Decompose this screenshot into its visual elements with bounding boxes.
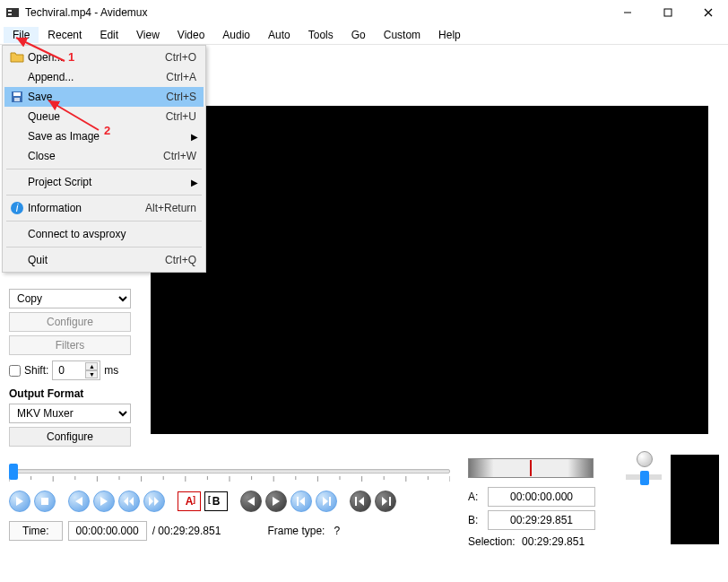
thumbnail-preview xyxy=(671,455,719,544)
svg-rect-35 xyxy=(41,498,48,505)
svg-rect-37 xyxy=(329,497,331,506)
time-button[interactable]: Time: xyxy=(9,521,63,541)
prev-frame-button[interactable] xyxy=(68,491,90,512)
selection-row: Selection: 00:29:29.851 xyxy=(468,535,585,548)
menu-tools[interactable]: Tools xyxy=(299,27,342,43)
marker-a-row-label: A: xyxy=(468,491,481,503)
menu-separator xyxy=(6,247,202,248)
file-menu-append-label: Append... xyxy=(28,71,166,83)
shift-down-button[interactable]: ▼ xyxy=(85,370,98,378)
menu-custom[interactable]: Custom xyxy=(375,27,429,43)
frametype-label: Frame type: xyxy=(267,525,325,537)
menu-file[interactable]: File xyxy=(4,27,39,43)
file-menu-append[interactable]: Append... Ctrl+A xyxy=(4,67,204,87)
set-marker-a-button[interactable]: A] xyxy=(178,491,201,511)
audio-filters-button[interactable]: Filters xyxy=(9,335,131,355)
stop-button[interactable] xyxy=(34,491,56,512)
goto-end-button[interactable] xyxy=(316,491,337,512)
file-menu-info-shortcut: Alt+Return xyxy=(145,202,196,214)
timeline[interactable] xyxy=(9,458,450,485)
info-icon: i xyxy=(8,201,26,215)
time-value[interactable]: 00:00:00.000 xyxy=(68,521,147,541)
svg-rect-2 xyxy=(8,13,12,15)
svg-rect-1 xyxy=(8,10,12,12)
file-menu-dropdown: Open... Ctrl+O Append... Ctrl+A Save Ctr… xyxy=(2,45,206,273)
file-menu-open-shortcut: Ctrl+O xyxy=(165,51,196,64)
shift-spinbox[interactable]: 0 ▲ ▼ xyxy=(52,360,100,380)
timeline-track xyxy=(9,469,450,473)
next-frame-button[interactable] xyxy=(93,491,115,512)
shift-checkbox[interactable] xyxy=(9,365,21,377)
save-icon xyxy=(8,90,26,104)
menu-edit[interactable]: Edit xyxy=(91,27,127,43)
prev-cut-button[interactable] xyxy=(240,491,262,512)
file-menu-information[interactable]: i Information Alt+Return xyxy=(4,198,204,218)
svg-rect-39 xyxy=(389,497,391,506)
shift-unit: ms xyxy=(104,364,118,377)
volume-knob-icon xyxy=(637,451,653,467)
blank-icon xyxy=(8,149,26,163)
menu-separator xyxy=(6,169,202,169)
output-format-select[interactable]: MKV Muxer xyxy=(9,404,131,423)
marker-b-value[interactable]: 00:29:29.851 xyxy=(488,510,595,530)
file-menu-close-shortcut: Ctrl+W xyxy=(163,150,196,162)
menu-auto[interactable]: Auto xyxy=(259,27,299,43)
maximize-button[interactable] xyxy=(647,0,688,25)
menu-separator xyxy=(6,221,202,222)
file-menu-quit[interactable]: Quit Ctrl+Q xyxy=(4,250,204,270)
shift-label: Shift: xyxy=(24,364,48,377)
menu-go[interactable]: Go xyxy=(342,27,375,43)
next-keyframe-button[interactable] xyxy=(143,491,165,512)
window-controls xyxy=(607,0,728,25)
goto-marker-b-button[interactable] xyxy=(375,491,396,512)
file-menu-close[interactable]: Close Ctrl+W xyxy=(4,146,204,166)
prev-keyframe-button[interactable] xyxy=(118,491,140,512)
jog-center-mark xyxy=(530,460,532,476)
play-button[interactable] xyxy=(9,491,30,512)
menu-separator xyxy=(6,195,202,195)
timeline-ticks xyxy=(9,476,450,482)
output-configure-button[interactable]: Configure xyxy=(9,427,131,447)
file-menu-quit-label: Quit xyxy=(28,254,165,266)
file-menu-project-script[interactable]: Project Script ▶ xyxy=(4,172,204,192)
window-title: Techviral.mp4 - Avidemux xyxy=(25,6,607,19)
submenu-arrow-icon: ▶ xyxy=(191,178,198,187)
menu-audio[interactable]: Audio xyxy=(213,27,259,43)
goto-start-button[interactable] xyxy=(290,491,312,512)
file-menu-open[interactable]: Open... Ctrl+O xyxy=(4,48,204,67)
timeline-handle[interactable] xyxy=(9,464,18,480)
file-menu-save[interactable]: Save Ctrl+S xyxy=(4,87,204,107)
submenu-arrow-icon: ▶ xyxy=(191,132,198,142)
blank-icon xyxy=(8,227,26,241)
next-cut-button[interactable] xyxy=(265,491,287,512)
file-menu-open-label: Open... xyxy=(28,51,165,64)
minimize-button[interactable] xyxy=(607,0,647,25)
output-format-title: Output Format xyxy=(9,387,142,400)
svg-rect-36 xyxy=(297,497,299,506)
menu-video[interactable]: Video xyxy=(169,27,213,43)
marker-a-value[interactable]: 00:00:00.000 xyxy=(488,487,595,507)
file-menu-saveimg-label: Save as Image xyxy=(28,130,196,143)
video-preview xyxy=(151,106,708,434)
file-menu-avsproxy[interactable]: Connect to avsproxy xyxy=(4,224,204,244)
shift-value: 0 xyxy=(58,364,65,377)
annotation-1: 1 xyxy=(68,50,74,64)
shift-up-button[interactable]: ▲ xyxy=(85,362,98,370)
audio-configure-button[interactable]: Configure xyxy=(9,312,131,332)
menu-help[interactable]: Help xyxy=(429,27,470,43)
close-button[interactable] xyxy=(688,0,728,25)
menu-recent[interactable]: Recent xyxy=(39,27,91,43)
file-menu-close-label: Close xyxy=(28,150,163,162)
menu-view[interactable]: View xyxy=(127,27,169,43)
jog-wheel[interactable] xyxy=(468,458,594,478)
svg-rect-4 xyxy=(664,9,672,16)
audio-output-select[interactable]: Copy xyxy=(9,289,131,308)
file-menu-info-label: Information xyxy=(28,202,145,214)
volume-slider-handle[interactable] xyxy=(640,471,649,485)
set-marker-b-button[interactable]: [B xyxy=(204,491,228,511)
blank-icon xyxy=(8,175,26,189)
goto-marker-a-button[interactable] xyxy=(350,491,371,512)
titlebar: Techviral.mp4 - Avidemux xyxy=(0,0,728,25)
file-menu-avs-label: Connect to avsproxy xyxy=(28,228,196,240)
duration-label: / 00:29:29.851 xyxy=(152,525,221,537)
